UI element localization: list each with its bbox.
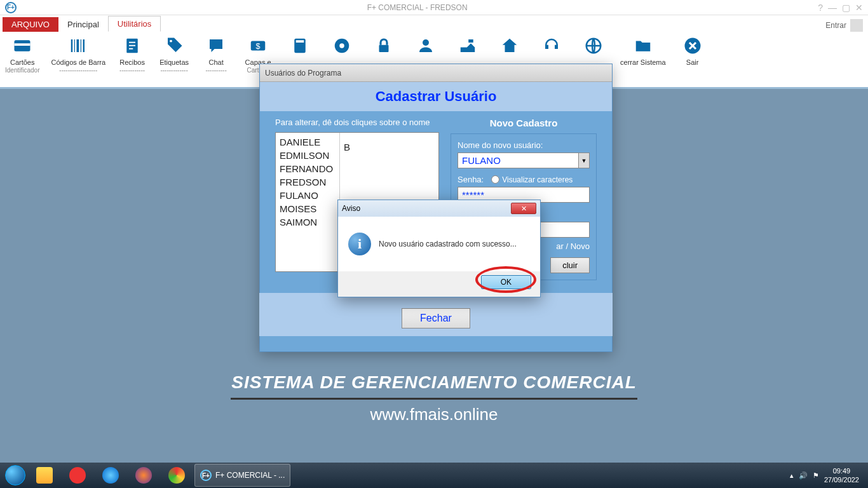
svg-rect-3 [74,39,75,52]
receipt-icon [121,34,144,57]
tool-sair[interactable]: Sair [677,34,708,67]
tool-web[interactable] [578,34,609,58]
svg-rect-4 [77,39,79,52]
visualizar-radio[interactable]: Visualizar caracteres [491,175,573,184]
svg-point-17 [339,43,344,48]
tool-settings[interactable] [327,34,357,58]
svg-rect-5 [81,39,81,52]
list-hint: Para alterar, dê dois cliques sobre o no… [275,118,439,127]
combo-dropdown-icon[interactable]: ▼ [578,152,590,168]
avatar[interactable] [850,19,863,32]
fechar-button[interactable]: Fechar [402,308,470,329]
app-icon: F+ [200,470,212,481]
gear-icon [330,34,353,57]
aviso-message: Novo usuário cadastrado com sucesso... [379,240,517,248]
tool-folder[interactable]: cerrar Sistema [620,34,666,67]
tool-support[interactable] [536,34,567,58]
windows-icon [5,465,25,485]
tray-chevron-icon[interactable]: ▴ [790,471,794,480]
tray-flag-icon[interactable]: ⚑ [813,471,819,480]
ie-icon [102,467,119,484]
folder-icon [36,467,53,484]
info-icon: i [348,233,371,255]
list-item[interactable]: EDMILSON [278,149,337,162]
svg-rect-1 [15,43,31,46]
dialog-titlebar[interactable]: Usuários do Programa [260,64,612,82]
start-button[interactable] [3,464,28,487]
list-item[interactable]: FREDSON [278,175,337,189]
lock-icon [372,34,395,57]
tab-arquivo[interactable]: ARQUIVO [3,17,58,32]
svg-rect-2 [71,39,73,52]
list-item[interactable]: FERNANDO [278,162,337,175]
tool-recibos[interactable]: Recibos ------------ [117,34,147,74]
entrar-link[interactable]: Entrar [825,21,846,30]
senha-label: Senha: [458,175,484,184]
svg-point-19 [423,39,429,46]
svg-rect-10 [129,48,133,50]
tray-clock[interactable]: 09:49 27/09/2022 [824,466,859,485]
opera-icon [69,467,86,484]
aviso-close-button[interactable]: ✕ [511,203,536,214]
aviso-dialog: Aviso ✕ i Novo usuário cadastrado com su… [337,200,541,297]
barcode-icon [67,34,90,57]
task-firefox[interactable] [128,464,159,487]
novo-cadastro-header: Novo Cadastro [451,118,597,128]
brand-title: SISTEMA DE GERENCIAMENTO COMERCIAL [231,372,637,393]
brand-url: www.fmais.online [231,405,637,424]
tool-cartoes[interactable]: Cartões Identificador [5,34,39,74]
brand-divider [231,398,637,400]
headset-icon [540,34,563,57]
tool-payment[interactable] [452,34,483,58]
task-ie[interactable] [95,464,126,487]
ribbon-tabs: ARQUIVO Principal Utilitários Entrar [0,15,868,32]
nome-input[interactable] [458,152,590,168]
excluir-button[interactable]: cluir [550,257,590,273]
exit-icon [681,34,704,57]
taskbar: F+ F+ COMERCIAL - ... ▴ 🔊 ⚑ 09:49 27/09/… [0,463,868,488]
list-item[interactable]: SAIMON [278,215,337,229]
app-icon: F+ [5,2,17,13]
firefox-icon [135,467,152,484]
tool-codigos-barra[interactable]: Códigos de Barra ------------------ [51,34,105,74]
svg-rect-15 [296,40,304,43]
minimize-icon[interactable]: — [828,3,837,13]
window-title: F+ COMERCIAL - FREDSON [17,3,818,12]
tool-calc[interactable] [285,34,315,58]
nome-label: Nome do novo usuário: [458,140,590,150]
tool-etiquetas[interactable]: Etiquetas ------------- [159,34,189,74]
list-item[interactable]: MOISES [278,202,337,215]
task-fcomercial[interactable]: F+ F+ COMERCIAL - ... [194,464,290,487]
svg-text:$: $ [256,42,261,51]
tool-home[interactable] [494,34,525,58]
tab-principal[interactable]: Principal [58,17,108,32]
tool-user[interactable] [410,34,441,58]
ok-button[interactable]: OK [481,275,531,289]
task-explorer[interactable] [29,464,60,487]
svg-rect-20 [468,39,473,43]
window-titlebar: F+ F+ COMERCIAL - FREDSON ? — ▢ ✕ [0,0,868,15]
home-icon [498,34,521,57]
list-item[interactable]: DANIELE [278,135,337,149]
tab-utilitarios[interactable]: Utilitários [108,16,161,32]
svg-rect-6 [83,39,85,52]
folder-icon [632,34,654,57]
task-opera[interactable] [62,464,93,487]
svg-point-11 [170,40,172,43]
close-icon[interactable]: ✕ [855,3,863,13]
help-icon[interactable]: ? [818,3,823,13]
chat-icon [205,34,227,57]
list-item[interactable]: FULANO [278,189,337,202]
task-chrome[interactable] [161,464,192,487]
aviso-titlebar[interactable]: Aviso ✕ [338,200,540,217]
tool-lock[interactable] [369,34,399,58]
maximize-icon[interactable]: ▢ [842,3,850,13]
tool-chat[interactable]: Chat ---------- [201,34,231,74]
hand-money-icon [456,34,479,57]
tray-volume-icon[interactable]: 🔊 [799,471,808,480]
dialog-header: Cadastrar Usuário [260,82,612,111]
svg-rect-9 [129,45,135,46]
tag-icon [163,34,186,57]
svg-rect-18 [379,45,389,52]
list-item-col2: B [342,140,436,154]
